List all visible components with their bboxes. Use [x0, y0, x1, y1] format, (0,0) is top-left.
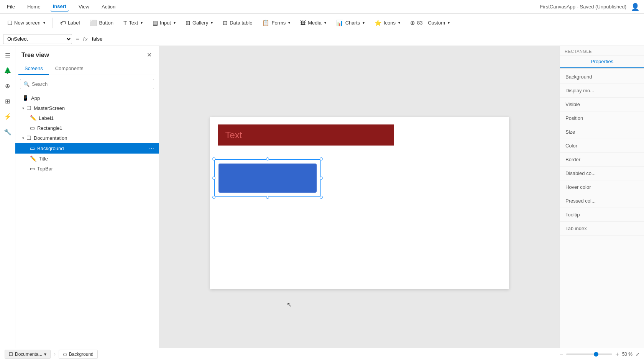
- zoom-minus-button[interactable]: −: [560, 351, 563, 358]
- tree-item-background[interactable]: ▭ Background ···: [15, 143, 159, 154]
- props-label-color: Color: [565, 143, 577, 149]
- props-label-border: Border: [565, 157, 580, 162]
- new-screen-icon: ☐: [7, 20, 12, 26]
- tree-search-box[interactable]: 🔍: [20, 79, 154, 89]
- custom-button[interactable]: ⊕ 83 Custom: [406, 17, 454, 29]
- tree-item-label: TopBar: [37, 166, 154, 172]
- media-icon: 🖼: [300, 20, 306, 26]
- zoom-plus-button[interactable]: +: [615, 351, 619, 358]
- menu-insert[interactable]: Insert: [51, 2, 69, 11]
- menu-action[interactable]: Action: [99, 2, 118, 11]
- zoom-slider[interactable]: [566, 353, 612, 355]
- new-screen-button[interactable]: ☐ New screen: [3, 17, 49, 29]
- menu-bar: File Home Insert View Action FirstCanvas…: [0, 0, 644, 14]
- forms-icon: 📋: [262, 20, 269, 26]
- actions-icon[interactable]: ⚡: [2, 110, 14, 123]
- data-icon[interactable]: ⊕: [2, 80, 14, 92]
- props-row-hover-color: Hover color: [560, 180, 644, 194]
- props-row-color: Color: [560, 139, 644, 153]
- treeview-icon[interactable]: 🌲: [2, 64, 14, 77]
- props-row-disabled-color: Disabled co...: [560, 167, 644, 180]
- panel-header: RECTANGLE: [560, 46, 644, 56]
- handle-middle-left[interactable]: [212, 177, 215, 180]
- canvas-screen: Text ↖: [210, 117, 509, 289]
- handle-bottom-center[interactable]: [266, 196, 269, 199]
- property-selector[interactable]: OnSelect: [3, 34, 72, 44]
- label-icon: 🏷: [60, 20, 66, 26]
- properties-panel: RECTANGLE Properties Background Display …: [560, 46, 644, 360]
- more-options-icon[interactable]: ···: [149, 145, 154, 152]
- fx-label: fx: [83, 36, 87, 42]
- tree-item-label: Rectangle1: [37, 125, 154, 131]
- components-icon[interactable]: ⊞: [2, 95, 14, 107]
- app-title: FirstCanvasApp - Saved (Unpublished): [540, 4, 626, 10]
- tab-icon: ☐: [9, 352, 13, 357]
- data-table-button[interactable]: ⊟ Data table: [219, 17, 256, 29]
- canvas-topbar-element[interactable]: Text: [218, 124, 394, 146]
- custom-icon: ⊕: [410, 20, 415, 26]
- title-bar: FirstCanvasApp - Saved (Unpublished) 👤: [540, 3, 639, 11]
- tree-close-button[interactable]: ✕: [146, 51, 153, 59]
- gallery-button[interactable]: ⊞ Gallery: [181, 17, 217, 29]
- background-tab-icon: ▭: [63, 352, 67, 357]
- tree-item-label: Documentation: [34, 135, 154, 141]
- handle-bottom-left[interactable]: [212, 196, 215, 199]
- handle-top-center[interactable]: [266, 157, 269, 160]
- tree-item-masterscreen[interactable]: ▾ ☐ MasterScreen: [15, 103, 159, 113]
- icons-button[interactable]: ⭐ Icons: [370, 17, 404, 29]
- tools-icon[interactable]: 🔧: [2, 126, 14, 138]
- zoom-expand-icon[interactable]: ⤢: [636, 352, 639, 357]
- handle-bottom-right[interactable]: [320, 196, 323, 199]
- handle-top-right[interactable]: [320, 157, 323, 160]
- tab-screens[interactable]: Screens: [18, 62, 49, 75]
- screen-icon-2: ☐: [26, 135, 31, 141]
- hamburger-icon[interactable]: ☰: [2, 49, 14, 61]
- props-row-border: Border: [560, 153, 644, 167]
- handle-middle-right[interactable]: [320, 177, 323, 180]
- tree-item-title[interactable]: ✏️ Title: [15, 154, 159, 164]
- tab-components[interactable]: Components: [49, 62, 90, 75]
- label-button[interactable]: 🏷 Label: [56, 17, 84, 28]
- data-table-icon: ⊟: [223, 20, 228, 26]
- tree-item-label1[interactable]: ✏️ Label1: [15, 113, 159, 123]
- formula-input[interactable]: [90, 34, 641, 44]
- tree-item-topbar[interactable]: ▭ TopBar: [15, 164, 159, 173]
- forms-button[interactable]: 📋 Forms: [258, 17, 294, 29]
- props-label-visible: Visible: [565, 101, 580, 107]
- status-tab-background[interactable]: ▭ Background: [59, 350, 98, 359]
- charts-icon: 📊: [336, 20, 343, 26]
- text-icon: T: [123, 20, 127, 26]
- media-button[interactable]: 🖼 Media: [296, 17, 330, 28]
- zoom-thumb[interactable]: [594, 352, 598, 357]
- tree-panel: Tree view ✕ Screens Components 🔍 📱 App ▾…: [15, 46, 159, 360]
- label-element-icon: ✏️: [30, 115, 36, 121]
- props-row-display-mode: Display mo...: [560, 84, 644, 98]
- props-row-tooltip: Tooltip: [560, 208, 644, 222]
- tree-item-label: MasterScreen: [34, 105, 154, 111]
- title-element-icon: ✏️: [30, 155, 36, 162]
- tab-chevron-icon: ▾: [44, 352, 46, 357]
- menu-home[interactable]: Home: [25, 2, 43, 11]
- text-button[interactable]: T Text: [119, 17, 147, 28]
- handle-top-left[interactable]: [212, 157, 215, 160]
- canvas-rectangle-wrapper[interactable]: [214, 159, 321, 197]
- charts-button[interactable]: 📊 Charts: [332, 17, 369, 29]
- status-tab-label: Documenta...: [15, 352, 42, 357]
- icons-icon: ⭐: [375, 20, 382, 26]
- tree-item-app[interactable]: 📱 App: [15, 93, 159, 103]
- toolbar-sep-1: [53, 18, 53, 28]
- status-tab-documenta[interactable]: ☐ Documenta... ▾: [5, 350, 51, 359]
- sidebar-icons: ☰ 🌲 ⊕ ⊞ ⚡ 🔧: [0, 46, 15, 360]
- button-button[interactable]: ⬜ Button: [85, 17, 118, 29]
- tree-item-documentation[interactable]: ▾ ☐ Documentation: [15, 133, 159, 143]
- input-button[interactable]: ▤ Input: [148, 17, 180, 29]
- tab-properties[interactable]: Properties: [560, 56, 644, 68]
- menu-view[interactable]: View: [76, 2, 92, 11]
- props-row-background: Background: [560, 70, 644, 84]
- props-label-tooltip: Tooltip: [565, 212, 580, 218]
- props-row-size: Size: [560, 125, 644, 139]
- props-label-hover-color: Hover color: [565, 184, 591, 190]
- menu-file[interactable]: File: [5, 2, 17, 11]
- tree-item-rectangle1[interactable]: ▭ Rectangle1: [15, 123, 159, 133]
- search-input[interactable]: [32, 81, 151, 87]
